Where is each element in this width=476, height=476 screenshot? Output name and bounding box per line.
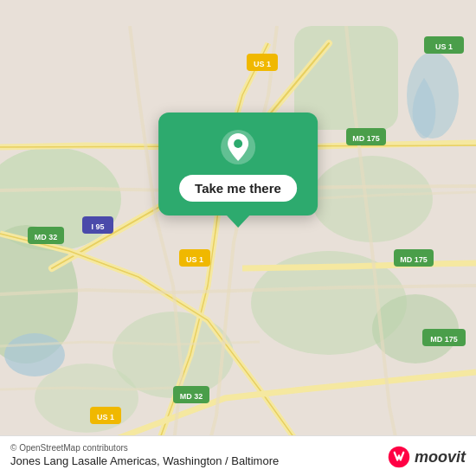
svg-point-34 xyxy=(234,139,242,148)
moovit-icon xyxy=(387,445,411,469)
svg-text:US 1: US 1 xyxy=(186,255,203,264)
svg-text:MD 175: MD 175 xyxy=(430,335,458,344)
bottom-bar: © OpenStreetMap contributors Jones Lang … xyxy=(0,435,476,476)
map-container: US 1 MD 175 MD 175 MD 175 I 95 US 1 MD 3… xyxy=(0,0,476,476)
svg-point-4 xyxy=(312,156,433,242)
svg-text:US 1: US 1 xyxy=(97,413,114,421)
moovit-label: moovit xyxy=(415,448,466,466)
svg-text:I 95: I 95 xyxy=(91,222,104,231)
svg-point-9 xyxy=(4,333,65,376)
svg-text:MD 175: MD 175 xyxy=(352,134,380,143)
svg-point-8 xyxy=(35,363,138,433)
location-pin-icon xyxy=(219,128,257,166)
svg-text:US 1: US 1 xyxy=(435,42,453,51)
take-me-there-button[interactable]: Take me there xyxy=(179,175,297,202)
svg-text:US 1: US 1 xyxy=(254,60,271,68)
svg-text:MD 175: MD 175 xyxy=(400,255,428,264)
location-popup: Take me there xyxy=(158,113,318,215)
moovit-logo: moovit xyxy=(387,445,466,469)
svg-text:MD 32: MD 32 xyxy=(35,233,58,241)
svg-text:MD 32: MD 32 xyxy=(180,392,203,401)
